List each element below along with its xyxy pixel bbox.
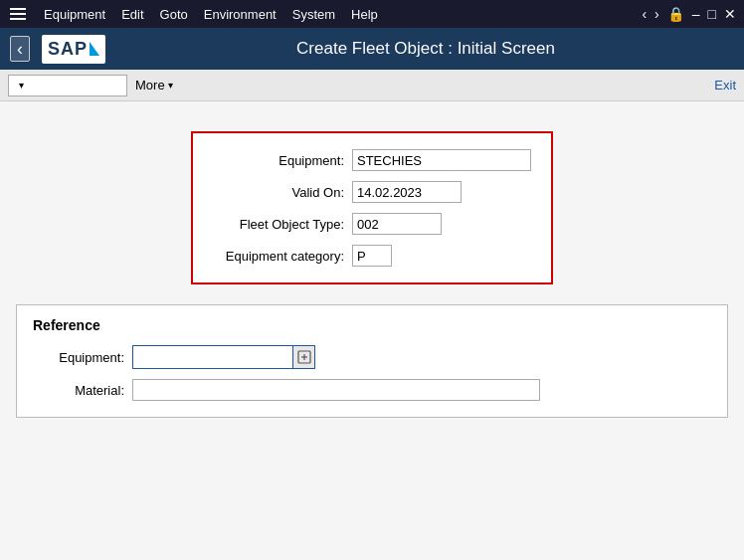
form-section: Equipment: Valid On: Fleet Object Type: … bbox=[0, 131, 744, 284]
menu-bar: Equipment Edit Goto Environment System H… bbox=[0, 0, 744, 28]
equipment-label: Equipment: bbox=[213, 153, 352, 168]
toolbar: ▾ More ▾ Exit bbox=[0, 70, 744, 101]
dropdown-arrow-icon: ▾ bbox=[19, 80, 24, 91]
more-label: More bbox=[135, 78, 165, 93]
hamburger-menu[interactable] bbox=[8, 6, 28, 22]
sap-logo-text: SAP bbox=[48, 39, 88, 60]
ref-equipment-input-wrapper bbox=[132, 345, 315, 369]
menu-goto[interactable]: Goto bbox=[160, 7, 188, 22]
lock-icon: 🔒 bbox=[667, 6, 684, 22]
menu-equipment[interactable]: Equipment bbox=[44, 7, 105, 22]
reference-section: Reference Equipment: Material: bbox=[16, 304, 728, 418]
fleettype-label: Fleet Object Type: bbox=[213, 217, 352, 232]
nav-prev-icon[interactable]: ‹ bbox=[642, 6, 647, 22]
ref-equipment-browse-button[interactable] bbox=[292, 346, 314, 368]
ref-equipment-input[interactable] bbox=[133, 346, 292, 368]
exit-button[interactable]: Exit bbox=[714, 78, 736, 93]
nav-next-icon[interactable]: › bbox=[654, 6, 659, 22]
category-input[interactable] bbox=[352, 245, 392, 267]
equipment-row: Equipment: bbox=[213, 149, 531, 171]
close-icon[interactable]: ✕ bbox=[724, 6, 736, 22]
main-content: Equipment: Valid On: Fleet Object Type: … bbox=[0, 101, 744, 560]
browse-icon bbox=[297, 350, 311, 364]
sap-logo-triangle bbox=[90, 42, 99, 56]
ref-material-label: Material: bbox=[33, 383, 132, 398]
category-row: Equipment category: bbox=[213, 245, 531, 267]
title-bar: ‹ SAP Create Fleet Object : Initial Scre… bbox=[0, 28, 744, 70]
menu-system[interactable]: System bbox=[292, 7, 335, 22]
validon-label: Valid On: bbox=[213, 185, 352, 200]
ref-material-row: Material: bbox=[33, 379, 711, 401]
more-button[interactable]: More ▾ bbox=[135, 78, 173, 93]
ref-material-input[interactable] bbox=[132, 379, 540, 401]
back-button[interactable]: ‹ bbox=[10, 36, 30, 62]
page-title: Create Fleet Object : Initial Screen bbox=[117, 39, 734, 59]
more-arrow-icon: ▾ bbox=[168, 80, 173, 91]
highlighted-form: Equipment: Valid On: Fleet Object Type: … bbox=[191, 131, 553, 284]
menu-environment[interactable]: Environment bbox=[204, 7, 277, 22]
fleettype-row: Fleet Object Type: bbox=[213, 213, 531, 235]
menu-edit[interactable]: Edit bbox=[121, 7, 143, 22]
menu-help[interactable]: Help bbox=[351, 7, 378, 22]
validon-row: Valid On: bbox=[213, 181, 531, 203]
ref-equipment-label: Equipment: bbox=[33, 350, 132, 365]
equipment-input[interactable] bbox=[352, 149, 531, 171]
fleettype-input[interactable] bbox=[352, 213, 442, 235]
window-controls: ‹ › 🔒 – □ ✕ bbox=[642, 6, 736, 22]
minimize-icon[interactable]: – bbox=[692, 6, 700, 22]
validon-input[interactable] bbox=[352, 181, 462, 203]
toolbar-dropdown[interactable]: ▾ bbox=[8, 75, 127, 96]
maximize-icon[interactable]: □ bbox=[708, 6, 716, 22]
category-label: Equipment category: bbox=[213, 249, 352, 264]
reference-title: Reference bbox=[33, 317, 711, 333]
sap-logo: SAP bbox=[42, 35, 105, 64]
ref-equipment-row: Equipment: bbox=[33, 345, 711, 369]
